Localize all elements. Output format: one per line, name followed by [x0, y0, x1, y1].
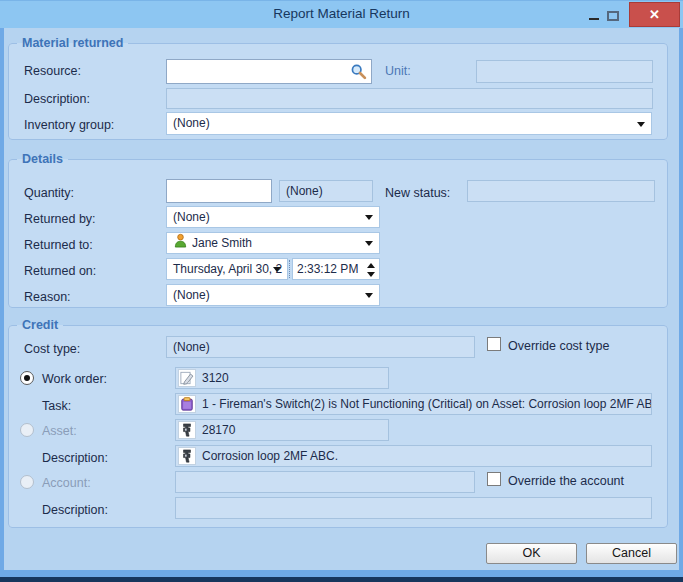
- task-label: Task:: [42, 399, 71, 413]
- minimize-icon: [589, 18, 599, 20]
- search-icon[interactable]: [350, 63, 367, 80]
- returned-on-time-spinner[interactable]: 2:33:12 PM: [292, 258, 380, 280]
- inventory-group-combobox[interactable]: (None): [166, 112, 652, 135]
- chevron-down-icon: [273, 267, 281, 272]
- unit-label: Unit:: [385, 64, 411, 78]
- group-title-details: Details: [17, 152, 68, 166]
- returned-to-label: Returned to:: [24, 238, 93, 252]
- minimize-button[interactable]: [586, 4, 602, 26]
- work-order-field: 3120: [175, 367, 389, 389]
- work-order-value: 3120: [202, 371, 229, 385]
- resource-label: Resource:: [24, 64, 81, 78]
- chevron-down-icon: [637, 122, 645, 127]
- inventory-group-label: Inventory group:: [24, 118, 114, 132]
- asset-field: 28170: [175, 419, 389, 441]
- close-button[interactable]: ✕: [629, 2, 680, 27]
- work-order-radio[interactable]: [20, 371, 34, 385]
- cost-type-field: (None): [166, 336, 475, 358]
- asset-description-field: Corrosion loop 2MF ABC.: [175, 445, 652, 467]
- reason-value: (None): [173, 285, 210, 305]
- override-account-checkbox[interactable]: [487, 472, 501, 486]
- returned-on-time-value: 2:33:12 PM: [297, 259, 358, 279]
- override-cost-type-checkbox[interactable]: [487, 337, 501, 351]
- new-status-field: [467, 180, 655, 202]
- returned-to-combobox[interactable]: Jane Smith: [166, 232, 380, 254]
- returned-on-label: Returned on:: [24, 264, 96, 278]
- chevron-down-icon: [365, 241, 373, 246]
- returned-by-value: (None): [173, 207, 210, 227]
- reason-combobox[interactable]: (None): [166, 284, 380, 306]
- cost-type-label: Cost type:: [24, 342, 80, 356]
- task-icon: [178, 395, 196, 413]
- group-title-credit: Credit: [17, 318, 63, 332]
- account-field: [175, 471, 475, 493]
- account-label: Account:: [42, 476, 91, 490]
- maximize-icon: [607, 11, 619, 21]
- account-radio[interactable]: [20, 475, 34, 489]
- returned-on-date-picker[interactable]: Thursday, April 30, 2: [166, 258, 288, 280]
- override-cost-type-label: Override cost type: [508, 339, 609, 353]
- new-status-label: New status:: [385, 186, 450, 200]
- task-field: 1 - Fireman's Switch(2) is Not Functioni…: [175, 393, 652, 415]
- spin-down-icon: [367, 272, 375, 277]
- asset-radio[interactable]: [20, 423, 34, 437]
- quantity-label: Quantity:: [24, 186, 74, 200]
- returned-on-date-value: Thursday, April 30, 2: [173, 259, 282, 279]
- account-description-label: Description:: [42, 503, 108, 517]
- dialog-title: Report Material Return: [0, 6, 683, 21]
- asset-description-value: Corrosion loop 2MF ABC.: [202, 449, 338, 463]
- window-frame-shadow: [0, 577, 683, 582]
- titlebar: Report Material Return ✕: [0, 0, 683, 28]
- quantity-input[interactable]: [166, 179, 272, 203]
- resource-input[interactable]: [166, 59, 372, 84]
- unit-field: [476, 60, 653, 83]
- asset-icon: [178, 421, 196, 439]
- returned-by-combobox[interactable]: (None): [166, 206, 380, 228]
- date-time-separator: [289, 260, 290, 278]
- override-account-label: Override the account: [508, 474, 624, 488]
- window-frame-bottom: [0, 570, 683, 577]
- person-icon: [173, 233, 188, 248]
- account-description-field: [175, 497, 652, 519]
- asset-description-label: Description:: [42, 451, 108, 465]
- returned-by-label: Returned by:: [24, 212, 96, 226]
- returned-to-value: Jane Smith: [192, 233, 252, 253]
- chevron-down-icon: [365, 215, 373, 220]
- group-title-material-returned: Material returned: [17, 36, 128, 50]
- task-value: 1 - Fireman's Switch(2) is Not Functioni…: [202, 397, 652, 411]
- description-label: Description:: [24, 92, 90, 106]
- reason-label: Reason:: [24, 290, 71, 304]
- ok-button[interactable]: OK: [486, 543, 577, 564]
- cancel-button[interactable]: Cancel: [586, 543, 677, 564]
- asset-value: 28170: [202, 423, 235, 437]
- inventory-group-value: (None): [173, 113, 210, 133]
- asset-label: Asset:: [42, 424, 77, 438]
- time-spin-buttons[interactable]: [366, 261, 376, 279]
- chevron-down-icon: [365, 293, 373, 298]
- work-order-label: Work order:: [42, 372, 107, 386]
- spin-up-icon: [367, 263, 375, 268]
- quantity-unit-field: (None): [279, 180, 373, 202]
- description-field: [166, 88, 653, 109]
- asset-icon: [178, 447, 196, 465]
- maximize-button[interactable]: [604, 4, 622, 26]
- report-material-return-dialog: Report Material Return ✕ Material return…: [0, 0, 683, 582]
- work-order-icon: [178, 369, 196, 387]
